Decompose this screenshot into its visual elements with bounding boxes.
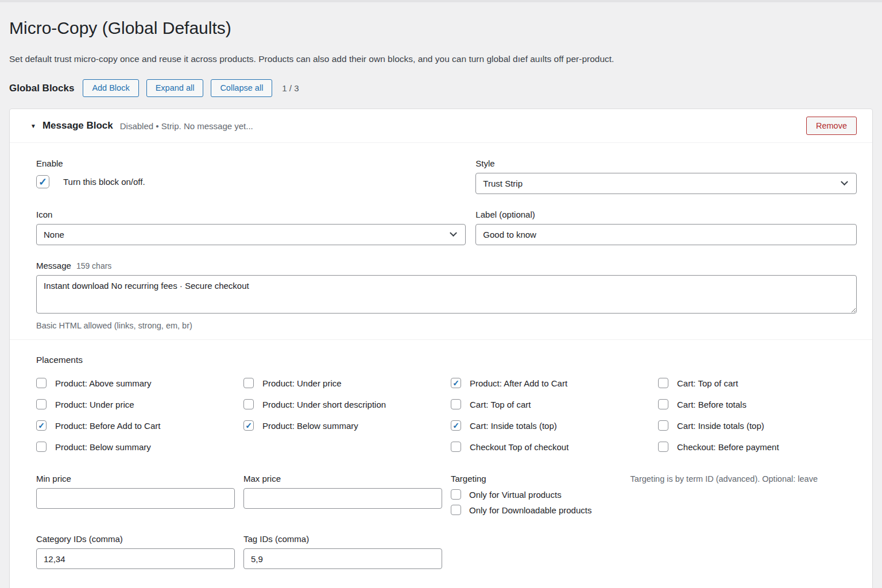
label-optional-label: Label (optional): [475, 210, 857, 219]
placement-option: Product: Above summary: [36, 378, 235, 388]
placement-label: Cart: Inside totals (top): [677, 421, 764, 431]
placement-option: Cart: Inside totals (top): [451, 420, 649, 431]
icon-select[interactable]: None: [36, 224, 466, 245]
remove-button[interactable]: Remove: [806, 117, 857, 135]
block-status: Disabled • Strip. No message yet...: [120, 121, 253, 131]
category-ids-field: Category IDs (comma): [36, 534, 235, 569]
global-blocks-heading: Global Blocks: [9, 83, 74, 94]
placement-option: Product: Under price: [36, 399, 235, 409]
message-block-card: ▼ Message Block Disabled • Strip. No mes…: [9, 109, 873, 588]
icon-field: Icon None: [36, 210, 466, 245]
placement-checkbox[interactable]: [451, 420, 461, 431]
placement-checkbox[interactable]: [451, 399, 461, 409]
message-field: Message159 chars Instant download No rec…: [36, 261, 857, 330]
placement-checkbox[interactable]: [243, 420, 254, 431]
targeting-field: Targeting Targeting is by term ID (advan…: [451, 474, 857, 515]
placement-label: Cart: Top of cart: [470, 400, 531, 409]
placement-option: Cart: Top of cart: [658, 378, 857, 388]
placement-checkbox[interactable]: [36, 442, 47, 452]
category-ids-input[interactable]: [36, 548, 235, 569]
enable-field: Enable Turn this block on/off.: [36, 158, 466, 194]
chevron-down-icon: [450, 230, 457, 237]
placement-checkbox[interactable]: [36, 420, 47, 431]
placement-label: Cart: Top of cart: [677, 378, 738, 388]
placement-option: Product: Below summary: [243, 420, 442, 431]
placements-section: Placements Product: Above summary Produc…: [36, 355, 857, 452]
icon-select-value: None: [44, 230, 64, 239]
placement-option: Checkout Top of checkout: [451, 442, 649, 452]
placement-checkbox[interactable]: [658, 399, 668, 409]
targeting-option-label: Only for Virtual products: [469, 490, 562, 500]
virtual-products-checkbox[interactable]: [451, 489, 461, 500]
placement-label: Cart: Inside totals (top): [470, 421, 557, 431]
page: Micro-Copy (Global Defaults) Set default…: [0, 2, 882, 588]
placement-checkbox[interactable]: [451, 442, 461, 452]
page-title: Micro-Copy (Global Defaults): [9, 2, 873, 38]
placement-label: Product: Above summary: [55, 378, 152, 388]
style-label: Style: [475, 158, 857, 168]
label-optional-field: Label (optional): [475, 210, 857, 245]
targeting-option-label: Only for Downloadable products: [469, 505, 591, 515]
placement-option: Product: Under short description: [243, 399, 442, 409]
placement-checkbox[interactable]: [658, 442, 668, 452]
placement-option: Cart: Inside totals (top): [658, 420, 857, 431]
targeting-option: Only for Downloadable products: [451, 505, 857, 515]
min-price-input[interactable]: [36, 488, 235, 509]
style-select-value: Trust Strip: [483, 179, 523, 188]
placement-checkbox[interactable]: [658, 378, 668, 388]
min-price-field: Min price: [36, 474, 235, 515]
placement-label: Product: Before Add to Cart: [55, 421, 160, 431]
enable-label: Enable: [36, 158, 466, 168]
tag-ids-input[interactable]: [243, 548, 442, 569]
block-title: Message Block: [42, 120, 113, 131]
placement-checkbox[interactable]: [451, 378, 461, 388]
placement-label: Cart: Before totals: [677, 400, 746, 409]
max-price-input[interactable]: [243, 488, 442, 509]
collapse-caret-icon[interactable]: ▼: [30, 123, 36, 129]
message-hint: Basic HTML allowed (links, strong, em, b…: [36, 321, 857, 330]
placement-label: Checkout: Before payment: [677, 442, 779, 452]
add-block-button[interactable]: Add Block: [83, 79, 138, 97]
message-block-header[interactable]: ▼ Message Block Disabled • Strip. No mes…: [10, 109, 872, 143]
max-price-field: Max price: [243, 474, 442, 515]
placement-checkbox[interactable]: [243, 378, 254, 388]
icon-label: Icon: [36, 210, 466, 219]
category-ids-label: Category IDs (comma): [36, 534, 235, 544]
max-price-label: Max price: [243, 474, 442, 483]
placement-option: Cart: Before totals: [658, 399, 857, 409]
message-char-count: 159 chars: [76, 261, 111, 270]
global-blocks-toolbar: Global Blocks Add Block Expand all Colla…: [9, 79, 873, 97]
placement-option: Product: After Add to Cart: [451, 378, 649, 388]
label-input[interactable]: [475, 224, 857, 245]
placement-checkbox[interactable]: [36, 399, 47, 409]
placement-label: Product: After Add to Cart: [470, 378, 567, 388]
placements-column-3: Product: After Add to Cart Cart: Top of …: [451, 378, 649, 452]
placements-column-4: Cart: Top of cart Cart: Before totals Ca…: [658, 378, 857, 452]
placement-checkbox[interactable]: [243, 399, 254, 409]
collapse-all-button[interactable]: Collapse all: [211, 79, 272, 97]
placement-label: Product: Under price: [55, 400, 134, 409]
enable-checkbox[interactable]: [36, 175, 49, 188]
style-select[interactable]: Trust Strip: [475, 173, 857, 194]
tag-ids-label: Tag IDs (comma): [243, 534, 442, 544]
placements-column-1: Product: Above summary Product: Under pr…: [36, 378, 235, 452]
page-subtitle: Set default trust micro-copy once and re…: [9, 54, 873, 64]
placements-column-2: Product: Under price Product: Under shor…: [243, 378, 442, 452]
message-textarea[interactable]: Instant download No recurring fees · Sec…: [36, 275, 857, 314]
min-price-label: Min price: [36, 474, 235, 483]
section-divider: [10, 339, 872, 340]
message-label: Message: [36, 261, 71, 270]
message-block-body: Enable Turn this block on/off. Style Tru…: [10, 143, 872, 588]
style-field: Style Trust Strip: [475, 158, 857, 194]
block-counter: 1 / 3: [282, 83, 299, 93]
expand-all-button[interactable]: Expand all: [146, 79, 204, 97]
placement-checkbox[interactable]: [36, 378, 47, 388]
placement-checkbox[interactable]: [658, 420, 668, 431]
placement-option: Checkout: Before payment: [658, 442, 857, 452]
targeting-note: Targeting is by term ID (advanced). Opti…: [630, 474, 857, 483]
placement-option: Product: Before Add to Cart: [36, 420, 235, 431]
placement-label: Checkout Top of checkout: [470, 442, 568, 452]
placement-label: Product: Under price: [262, 378, 342, 388]
downloadable-products-checkbox[interactable]: [451, 505, 461, 515]
placements-heading: Placements: [36, 355, 857, 365]
